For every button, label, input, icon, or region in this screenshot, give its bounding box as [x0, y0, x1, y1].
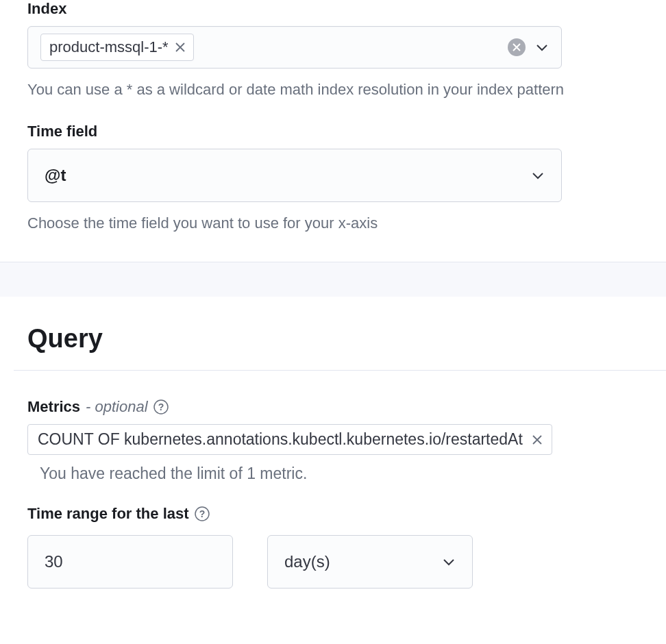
index-label: Index	[27, 0, 639, 18]
chevron-down-icon	[442, 555, 456, 569]
time-range-unit-select[interactable]: day(s)	[267, 535, 473, 589]
panel-divider	[0, 262, 666, 297]
time-range-row: day(s)	[27, 535, 639, 589]
close-icon[interactable]	[175, 42, 185, 52]
time-field-help-text: Choose the time field you want to use fo…	[27, 212, 639, 234]
chevron-down-icon	[531, 169, 545, 182]
time-field-select[interactable]: @t	[27, 149, 562, 202]
metrics-optional-text: - optional	[86, 398, 148, 416]
metrics-limit-text: You have reached the limit of 1 metric.	[40, 465, 639, 483]
svg-text:?: ?	[158, 401, 164, 412]
time-range-block: Time range for the last ? day(s)	[27, 505, 639, 589]
metrics-field-block: Metrics - optional ? COUNT OF kubernetes…	[27, 398, 639, 483]
index-pill: product-mssql-1-*	[40, 34, 194, 61]
index-combobox[interactable]: product-mssql-1-*	[27, 26, 562, 69]
svg-text:?: ?	[199, 508, 205, 519]
metric-pill: COUNT OF kubernetes.annotations.kubectl.…	[27, 424, 552, 455]
section-divider	[14, 370, 666, 371]
index-pill-text: product-mssql-1-*	[49, 38, 169, 56]
help-icon[interactable]: ?	[195, 506, 210, 521]
close-icon[interactable]	[532, 435, 542, 445]
chevron-down-icon[interactable]	[535, 40, 549, 54]
metrics-label-text: Metrics	[27, 398, 80, 416]
query-section-title: Query	[27, 324, 639, 354]
time-range-label: Time range for the last ?	[27, 505, 639, 523]
time-field-block: Time field @t Choose the time field you …	[27, 123, 639, 234]
index-field-block: Index product-mssql-1-* You can use a * …	[27, 0, 639, 101]
index-help-text: You can use a * as a wildcard or date ma…	[27, 78, 639, 101]
metric-pill-text: COUNT OF kubernetes.annotations.kubectl.…	[38, 430, 523, 449]
time-range-unit-value: day(s)	[284, 552, 330, 571]
index-pills-container: product-mssql-1-*	[40, 34, 508, 61]
help-icon[interactable]: ?	[153, 399, 169, 414]
time-range-value-input[interactable]	[27, 535, 233, 589]
clear-all-icon[interactable]	[508, 38, 526, 56]
time-field-label: Time field	[27, 123, 639, 140]
metrics-label: Metrics - optional ?	[27, 398, 639, 416]
time-range-label-text: Time range for the last	[27, 505, 189, 523]
time-field-value: @t	[45, 166, 66, 185]
